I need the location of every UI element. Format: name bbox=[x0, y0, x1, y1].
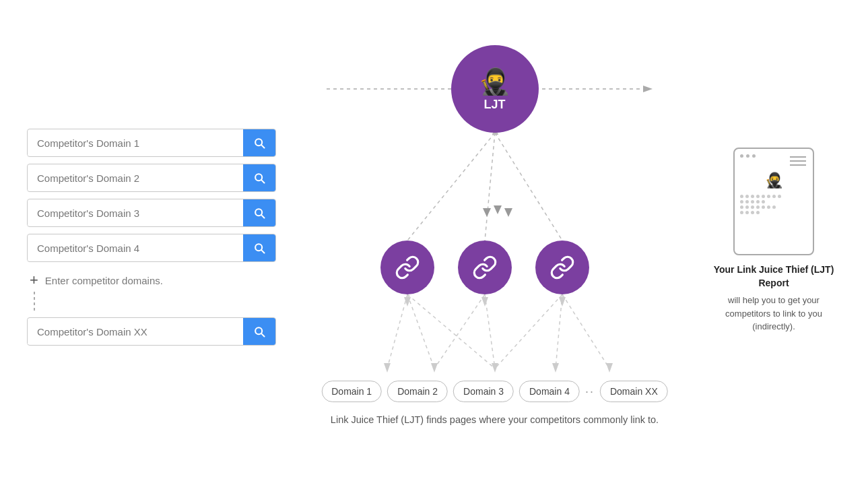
search-icon-2 bbox=[253, 171, 266, 185]
link-circle-2 bbox=[458, 241, 512, 294]
ljt-circle: 🥷 LJT bbox=[451, 45, 539, 133]
report-dot-grid bbox=[740, 192, 807, 249]
domain-box-4: Domain 4 bbox=[519, 381, 580, 402]
plus-icon[interactable]: + bbox=[30, 273, 38, 288]
svg-line-8 bbox=[495, 133, 562, 241]
competitor-input-1[interactable] bbox=[28, 131, 243, 156]
input-row-3 bbox=[27, 199, 283, 227]
svg-marker-23 bbox=[559, 297, 566, 307]
input-wrap-2 bbox=[27, 164, 276, 192]
svg-line-13 bbox=[387, 294, 407, 368]
domain-boxes: Domain 1 Domain 2 Domain 3 Domain 4 ·· D… bbox=[321, 381, 668, 402]
input-row-4 bbox=[27, 234, 283, 262]
domain-box-3: Domain 3 bbox=[453, 381, 514, 402]
svg-marker-10 bbox=[483, 208, 491, 217]
bottom-caption: Link Juice Thief (LJT) finds pages where… bbox=[331, 414, 659, 425]
diagram-area: 🥷 LJT Domain 1 Domain 2 Domain 3 Domain … bbox=[327, 32, 663, 409]
svg-marker-24 bbox=[384, 363, 391, 373]
input-row-1 bbox=[27, 129, 283, 157]
competitor-input-4[interactable] bbox=[28, 236, 243, 261]
svg-marker-26 bbox=[492, 363, 498, 373]
svg-line-22 bbox=[562, 294, 609, 368]
input-row-2 bbox=[27, 164, 283, 192]
report-desc: will help you to get your competitors to… bbox=[706, 294, 841, 333]
competitor-input-2[interactable] bbox=[28, 166, 243, 191]
search-icon-4 bbox=[253, 241, 266, 255]
domain-dots: ·· bbox=[585, 385, 595, 399]
svg-marker-25 bbox=[431, 363, 438, 373]
competitor-input-last[interactable] bbox=[28, 319, 243, 344]
link-icon-1 bbox=[395, 255, 420, 280]
svg-marker-12 bbox=[504, 208, 512, 217]
competitor-input-3[interactable] bbox=[28, 201, 243, 226]
svg-line-18 bbox=[485, 294, 495, 368]
svg-marker-19 bbox=[481, 297, 488, 307]
report-top-dots bbox=[740, 154, 807, 168]
plus-row: + Enter competitor domains. bbox=[27, 269, 283, 292]
search-button-1[interactable] bbox=[243, 129, 275, 156]
search-button-3[interactable] bbox=[243, 199, 275, 226]
search-button-4[interactable] bbox=[243, 234, 275, 261]
right-panel: 🥷 bbox=[706, 148, 841, 333]
search-icon-last bbox=[253, 325, 266, 338]
dot-1 bbox=[740, 154, 743, 158]
report-text: Your Link Juice Thief (LJT) Report will … bbox=[706, 263, 841, 333]
search-button-last[interactable] bbox=[243, 318, 275, 345]
svg-line-14 bbox=[407, 294, 434, 368]
input-wrap-last bbox=[27, 317, 276, 346]
ljt-label: LJT bbox=[483, 98, 505, 112]
domain-box-1: Domain 1 bbox=[321, 381, 382, 402]
svg-line-21 bbox=[556, 294, 562, 368]
svg-line-15 bbox=[407, 294, 495, 368]
svg-marker-28 bbox=[606, 363, 613, 373]
dot-2 bbox=[746, 154, 749, 158]
left-panel: + Enter competitor domains. bbox=[27, 129, 283, 352]
link-icon-2 bbox=[472, 255, 498, 280]
domain-box-2: Domain 2 bbox=[387, 381, 448, 402]
report-icon: 🥷 bbox=[733, 148, 814, 255]
search-button-2[interactable] bbox=[243, 164, 275, 191]
enter-domains-text: Enter competitor domains. bbox=[45, 275, 163, 286]
lines-icon bbox=[789, 154, 807, 168]
svg-line-17 bbox=[434, 294, 485, 368]
report-ninja-icon: 🥷 bbox=[740, 172, 807, 189]
ninja-icon: 🥷 bbox=[479, 67, 510, 96]
search-icon-3 bbox=[253, 206, 266, 220]
domain-box-last: Domain XX bbox=[600, 381, 668, 402]
svg-marker-16 bbox=[404, 297, 411, 307]
report-title: Your Link Juice Thief (LJT) Report bbox=[706, 263, 841, 290]
link-circle-3 bbox=[535, 241, 589, 294]
svg-line-6 bbox=[485, 133, 495, 241]
input-wrap-4 bbox=[27, 234, 276, 262]
dot-3 bbox=[752, 154, 756, 158]
input-row-last bbox=[27, 317, 283, 346]
svg-marker-27 bbox=[552, 363, 559, 373]
input-wrap-1 bbox=[27, 129, 276, 157]
vertical-dots bbox=[34, 292, 35, 312]
svg-line-4 bbox=[407, 133, 495, 241]
link-circle-1 bbox=[380, 241, 434, 294]
svg-line-20 bbox=[495, 294, 562, 368]
center-diagram: 🥷 LJT Domain 1 Domain 2 Domain 3 Domain … bbox=[283, 32, 706, 449]
svg-marker-3 bbox=[643, 86, 653, 92]
link-icon-3 bbox=[549, 255, 575, 280]
input-wrap-3 bbox=[27, 199, 276, 227]
svg-marker-11 bbox=[494, 205, 502, 214]
search-icon-1 bbox=[253, 136, 266, 150]
